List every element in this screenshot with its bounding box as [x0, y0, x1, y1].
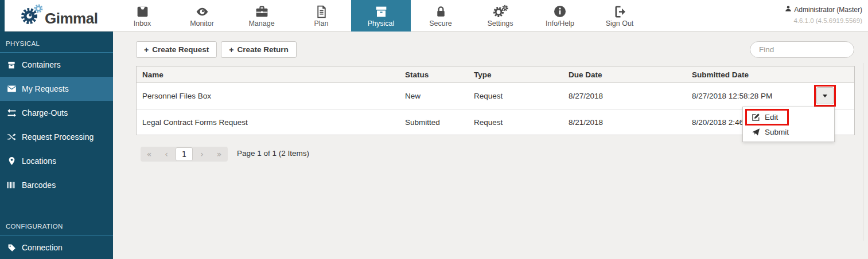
sidebar-item-request-processing[interactable]: Request Processing [0, 125, 113, 149]
nav-label: Manage [248, 19, 274, 28]
document-icon [314, 4, 329, 19]
sidebar: PHYSICAL Containers My Requests Charge-O… [0, 32, 113, 259]
cell-due-date: 8/27/2018 [563, 92, 686, 100]
nav-label: Settings [487, 19, 513, 28]
nav-label: Physical [368, 19, 395, 28]
nav-label: Inbox [134, 19, 151, 28]
cell-status: Submitted [399, 118, 468, 127]
sidebar-item-label: Charge-Outs [22, 108, 68, 117]
plus-icon: + [229, 45, 233, 54]
nav-label: Plan [314, 19, 328, 28]
top-header: Gimmal Inbox Monitor Manage [0, 0, 868, 32]
gimmal-logo[interactable]: Gimmal [20, 3, 98, 29]
eye-icon [194, 4, 210, 19]
gimmal-gears-icon [20, 2, 46, 30]
sidebar-item-containers[interactable]: Containers [0, 53, 113, 77]
column-header-name[interactable]: Name [137, 70, 399, 79]
header-left-stripe [0, 0, 5, 32]
table-header-row: Name Status Type Due Date Submitted Date [137, 66, 854, 83]
user-name: Administrator (Master) [794, 6, 862, 14]
sidebar-item-label: Locations [22, 156, 56, 166]
toolbar: + Create Request + Create Return [136, 41, 297, 58]
sidebar-item-label: Barcodes [22, 180, 56, 190]
sidebar-item-label: Connection [22, 243, 63, 252]
map-pin-icon [6, 156, 17, 166]
sidebar-item-barcodes[interactable]: Barcodes [0, 173, 113, 197]
sign-out-icon [613, 4, 627, 19]
column-header-type[interactable]: Type [468, 70, 563, 79]
row-actions-menu: Edit Submit [742, 107, 835, 142]
sidebar-item-label: My Requests [22, 84, 69, 93]
sidebar-item-label: Request Processing [22, 132, 94, 142]
shuffle-icon [6, 132, 17, 142]
current-user[interactable]: Administrator (Master) [785, 5, 862, 14]
find-input[interactable] [750, 41, 854, 58]
menu-item-label: Edit [765, 113, 778, 121]
envelope-icon [6, 84, 17, 93]
nav-sign-out[interactable]: Sign Out [590, 0, 649, 32]
brand-name: Gimmal [45, 10, 98, 28]
create-request-button[interactable]: + Create Request [136, 41, 217, 58]
cell-due-date: 8/21/2018 [563, 118, 686, 127]
page-number-button[interactable]: 1 [176, 147, 193, 161]
menu-item-label: Submit [765, 128, 789, 136]
page-prev-button[interactable]: ‹ [158, 147, 175, 162]
cell-type: Request [468, 118, 563, 127]
page-last-button[interactable]: » [211, 147, 228, 162]
nav-monitor[interactable]: Monitor [172, 0, 232, 32]
barcode-icon [6, 180, 17, 190]
sidebar-item-charge-outs[interactable]: Charge-Outs [0, 101, 113, 125]
lock-icon [434, 4, 447, 19]
gears-icon [492, 4, 509, 19]
cell-name: Personnel Files Box [137, 92, 399, 100]
caret-down-icon [823, 95, 827, 97]
cell-type: Request [468, 92, 563, 100]
sidebar-item-connection[interactable]: Connection [0, 236, 113, 259]
menu-item-edit[interactable]: Edit [743, 109, 834, 124]
person-icon [785, 5, 792, 14]
archive-box-icon [374, 4, 388, 19]
info-icon [553, 4, 567, 19]
plus-icon: + [144, 45, 149, 54]
column-header-due-date[interactable]: Due Date [563, 70, 686, 79]
sidebar-section-configuration: CONFIGURATION [0, 214, 113, 235]
inbox-icon [135, 4, 150, 19]
nav-manage[interactable]: Manage [232, 0, 291, 32]
column-header-status[interactable]: Status [399, 70, 468, 79]
user-info: Administrator (Master) 4.6.1.0 (4.5.6919… [785, 5, 862, 24]
archive-box-icon [6, 60, 17, 69]
nav-settings[interactable]: Settings [470, 0, 530, 32]
create-return-label: Create Return [237, 45, 288, 54]
nav-info-help[interactable]: Info/Help [530, 0, 590, 32]
sidebar-item-locations[interactable]: Locations [0, 149, 113, 173]
nav-label: Secure [429, 19, 452, 28]
cell-name: Legal Contract Forms Request [137, 118, 399, 127]
app-window: Gimmal Inbox Monitor Manage [0, 0, 868, 259]
nav-label: Sign Out [606, 19, 634, 28]
table-row[interactable]: Personnel Files Box New Request 8/27/201… [137, 83, 854, 109]
page-next-button[interactable]: › [193, 147, 211, 162]
page-first-button[interactable]: « [141, 147, 158, 162]
sidebar-item-my-requests[interactable]: My Requests [0, 77, 113, 101]
panel-edge-line [863, 63, 863, 241]
nav-physical[interactable]: Physical [351, 0, 411, 32]
pagination-summary: Page 1 of 1 (2 Items) [237, 149, 309, 158]
create-return-button[interactable]: + Create Return [221, 41, 296, 58]
nav-secure[interactable]: Secure [411, 0, 470, 32]
paper-plane-icon [751, 127, 760, 136]
row-actions-dropdown-button[interactable] [816, 87, 834, 104]
tag-icon [6, 243, 17, 252]
menu-item-submit[interactable]: Submit [743, 124, 834, 139]
pagination: « ‹ 1 › » [141, 147, 228, 162]
column-header-submitted-date[interactable]: Submitted Date [686, 70, 854, 79]
main-content: + Create Request + Create Return Name St… [113, 32, 868, 259]
app-version: 4.6.1.0 (4.5.6919.5569) [785, 17, 862, 24]
sidebar-section-physical: PHYSICAL [0, 32, 113, 52]
briefcase-icon [255, 4, 269, 19]
create-request-label: Create Request [152, 45, 209, 54]
nav-label: Info/Help [546, 19, 574, 28]
nav-plan[interactable]: Plan [291, 0, 351, 32]
swap-arrows-icon [6, 108, 17, 117]
red-annotation-box [814, 85, 836, 107]
nav-inbox[interactable]: Inbox [112, 0, 172, 32]
